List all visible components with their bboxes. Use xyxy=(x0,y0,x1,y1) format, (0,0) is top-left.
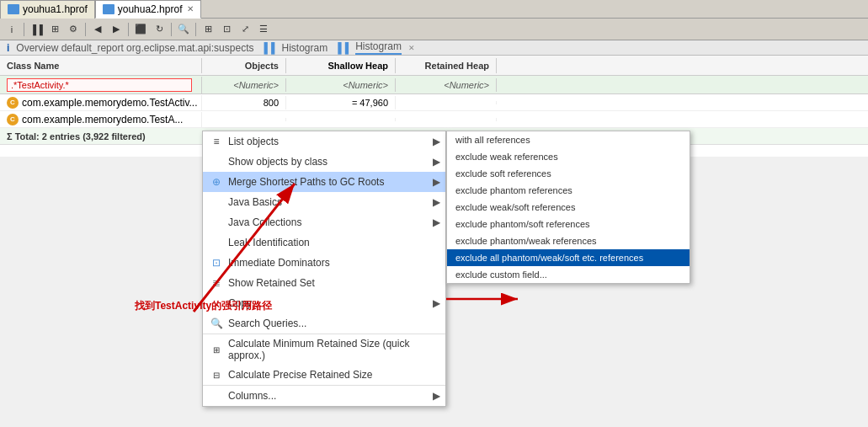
menu-columns-label: Columns... xyxy=(228,390,439,402)
col-class-name[interactable]: Class Name xyxy=(0,58,202,73)
menu-leak-label: Leak Identification xyxy=(228,237,439,248)
row1-objects: 800 xyxy=(202,96,286,109)
submenu-excl-all[interactable]: exclude all phantom/weak/soft etc. refer… xyxy=(447,249,690,266)
tab-youhua2[interactable]: youhua2.hprof ✕ xyxy=(95,0,202,19)
row1-class-label: com.example.memorydemo.TestActiv... xyxy=(22,97,198,109)
menu-java-collections-label: Java Collections xyxy=(228,216,439,228)
menu-dom-label: Immediate Dominators xyxy=(228,257,439,269)
toolbar-stop-btn[interactable]: ⬛ xyxy=(132,21,149,38)
merge-icon: ⊕ xyxy=(210,175,223,189)
search-queries-icon: 🔍 xyxy=(210,317,223,330)
submenu-excl-weak-soft[interactable]: exclude weak/soft references xyxy=(447,199,690,216)
row1-shallow: = 47,960 xyxy=(286,96,396,109)
col-retained-heap[interactable]: Retained Heap xyxy=(396,58,497,73)
table-row[interactable]: C com.example.memorydemo.TestA... xyxy=(0,111,868,128)
menu-search-label: Search Queries... xyxy=(228,318,439,329)
submenu-all-refs[interactable]: with all references xyxy=(447,131,690,148)
menu-calc-precise[interactable]: ⊟ Calculate Precise Retained Size xyxy=(203,365,445,385)
menu-calc-min[interactable]: ⊞ Calculate Minimum Retained Size (quick… xyxy=(203,334,445,365)
menu-java-basics[interactable]: Java Basics ▶ xyxy=(203,192,445,212)
row2-shallow xyxy=(286,118,396,121)
toolbar-fwd-btn[interactable]: ▶ xyxy=(108,21,125,38)
dom-icon: ⊡ xyxy=(210,256,223,270)
tab2-close[interactable]: ✕ xyxy=(187,4,194,13)
filter-row: <Numeric> <Numeric> <Numeric> xyxy=(0,76,868,94)
shallow-filter[interactable]: <Numeric> xyxy=(286,78,396,92)
menu-copy[interactable]: Copy ▶ xyxy=(203,293,445,313)
submenu-excl-custom[interactable]: exclude custom field... xyxy=(447,266,690,283)
calc-min-icon: ⊞ xyxy=(210,343,223,356)
menu-show-objects-class[interactable]: Show objects by class ▶ xyxy=(203,152,445,172)
menu-columns[interactable]: Columns... ▶ xyxy=(203,385,445,406)
toolbar-grid-btn[interactable]: ⊞ xyxy=(46,21,63,38)
toolbar-sep2 xyxy=(85,23,86,36)
class-filter-input[interactable] xyxy=(7,78,192,92)
class-filter-cell xyxy=(0,77,202,93)
submenu-excl-phantom-soft[interactable]: exclude phantom/soft references xyxy=(447,216,690,232)
list-objects-arrow: ▶ xyxy=(433,136,440,147)
columns-icon xyxy=(210,389,223,403)
menu-merge-shortest-paths[interactable]: ⊕ Merge Shortest Paths to GC Roots ▶ xyxy=(203,172,445,192)
toolbar-sep4 xyxy=(171,23,172,36)
calc-precise-icon: ⊟ xyxy=(210,368,223,382)
toolbar-back-btn[interactable]: ◀ xyxy=(89,21,106,38)
copy-arrow: ▶ xyxy=(433,297,440,309)
toolbar-gear-btn[interactable]: ⚙ xyxy=(65,21,82,38)
row2-icon: C xyxy=(7,114,19,125)
menu-list-objects-label: List objects xyxy=(228,136,439,147)
menu-show-objects-label: Show objects by class xyxy=(228,156,439,168)
row2-objects xyxy=(202,118,286,121)
toolbar-bar-btn[interactable]: ▐▐ xyxy=(28,21,45,38)
menu-retain-label: Show Retained Set xyxy=(228,277,439,289)
java-basics-arrow: ▶ xyxy=(433,196,440,208)
toolbar-search-btn[interactable]: 🔍 xyxy=(175,21,192,38)
table-header: Class Name Objects Shallow Heap Retained… xyxy=(0,56,868,76)
menu-calc-precise-label: Calculate Precise Retained Size xyxy=(228,369,439,381)
show-objects-arrow: ▶ xyxy=(433,156,440,168)
tab2-icon xyxy=(103,4,114,14)
submenu: with all references exclude weak referen… xyxy=(446,131,690,284)
menu-copy-label: Copy xyxy=(228,297,439,309)
toolbar-win-btn[interactable]: ⊞ xyxy=(200,21,216,38)
menu-immediate-dominators[interactable]: ⊡ Immediate Dominators xyxy=(203,253,445,273)
histogram-tab-label1[interactable]: Histogram xyxy=(282,42,328,54)
info-bar: i Overview default_report org.eclipse.ma… xyxy=(0,40,868,56)
toolbar-info-btn[interactable]: i xyxy=(3,21,20,38)
col-shallow-heap[interactable]: Shallow Heap xyxy=(286,58,396,73)
toolbar-min-btn[interactable]: ⊡ xyxy=(218,21,235,38)
menu-merge-label: Merge Shortest Paths to GC Roots xyxy=(228,176,439,188)
histogram-tab-icon: ▐▐ xyxy=(260,42,274,54)
histogram-tab-icon2: ▐▐ xyxy=(334,42,349,54)
toolbar: i ▐▐ ⊞ ⚙ ◀ ▶ ⬛ ↻ 🔍 ⊞ ⊡ ⤢ ☰ xyxy=(0,19,868,40)
row1-icon: C xyxy=(7,97,19,109)
toolbar-sep1 xyxy=(24,23,24,36)
tab1-label: youhua1.hprof xyxy=(23,3,88,15)
toolbar-max-btn[interactable]: ⤢ xyxy=(237,21,253,38)
submenu-excl-phantom[interactable]: exclude phantom references xyxy=(447,182,690,199)
submenu-excl-soft[interactable]: exclude soft references xyxy=(447,165,690,182)
tab-youhua1[interactable]: youhua1.hprof xyxy=(0,0,95,19)
menu-leak-identification[interactable]: Leak Identification xyxy=(203,232,445,253)
col-objects[interactable]: Objects xyxy=(202,58,286,73)
table-row[interactable]: C com.example.memorydemo.TestActiv... 80… xyxy=(0,94,868,111)
menu-list-objects[interactable]: ≡ List objects ▶ xyxy=(203,131,445,152)
menu-java-collections[interactable]: Java Collections ▶ xyxy=(203,212,445,232)
columns-arrow: ▶ xyxy=(433,390,440,402)
row2-retained xyxy=(396,118,497,121)
histogram-tab-label2[interactable]: Histogram xyxy=(355,40,402,55)
objects-filter[interactable]: <Numeric> xyxy=(202,78,286,92)
tab1-icon xyxy=(8,4,19,14)
toolbar-menu-btn[interactable]: ☰ xyxy=(255,21,272,38)
menu-search-queries[interactable]: 🔍 Search Queries... xyxy=(203,313,445,334)
toolbar-refresh-btn[interactable]: ↻ xyxy=(151,21,168,38)
retained-filter[interactable]: <Numeric> xyxy=(396,78,497,92)
menu-show-retained-set[interactable]: ≣ Show Retained Set xyxy=(203,273,445,293)
java-basics-icon xyxy=(210,195,223,209)
info-bar-text: Overview default_report org.eclipse.mat.… xyxy=(16,42,253,54)
retain-icon: ≣ xyxy=(210,276,223,290)
histogram-tab2-close[interactable]: ✕ xyxy=(408,44,415,52)
merge-arrow: ▶ xyxy=(433,176,440,188)
java-collections-arrow: ▶ xyxy=(433,216,440,228)
submenu-excl-phantom-weak[interactable]: exclude phantom/weak references xyxy=(447,232,690,249)
submenu-excl-weak[interactable]: exclude weak references xyxy=(447,148,690,165)
